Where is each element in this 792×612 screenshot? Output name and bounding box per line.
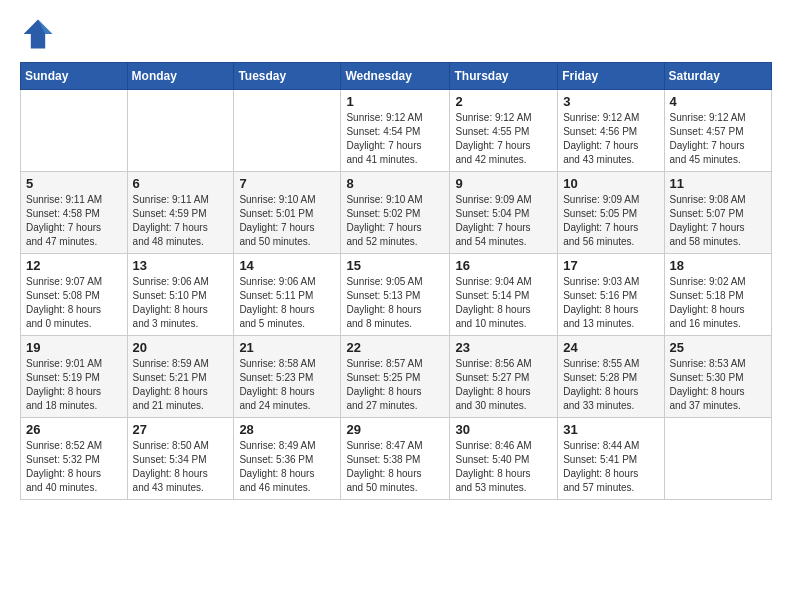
page-container: SundayMondayTuesdayWednesdayThursdayFrid…: [0, 0, 792, 510]
day-info: Sunrise: 9:11 AM Sunset: 4:59 PM Dayligh…: [133, 193, 229, 249]
day-info: Sunrise: 9:06 AM Sunset: 5:11 PM Dayligh…: [239, 275, 335, 331]
calendar-cell: 25Sunrise: 8:53 AM Sunset: 5:30 PM Dayli…: [664, 336, 771, 418]
day-number: 11: [670, 176, 766, 191]
calendar-cell: 27Sunrise: 8:50 AM Sunset: 5:34 PM Dayli…: [127, 418, 234, 500]
day-info: Sunrise: 9:10 AM Sunset: 5:02 PM Dayligh…: [346, 193, 444, 249]
calendar-cell: 1Sunrise: 9:12 AM Sunset: 4:54 PM Daylig…: [341, 90, 450, 172]
calendar-cell: [127, 90, 234, 172]
calendar-cell: 20Sunrise: 8:59 AM Sunset: 5:21 PM Dayli…: [127, 336, 234, 418]
day-number: 29: [346, 422, 444, 437]
calendar-table: SundayMondayTuesdayWednesdayThursdayFrid…: [20, 62, 772, 500]
day-number: 18: [670, 258, 766, 273]
calendar-cell: 23Sunrise: 8:56 AM Sunset: 5:27 PM Dayli…: [450, 336, 558, 418]
logo: [20, 16, 60, 52]
calendar-cell: 17Sunrise: 9:03 AM Sunset: 5:16 PM Dayli…: [558, 254, 664, 336]
weekday-header: Monday: [127, 63, 234, 90]
day-number: 3: [563, 94, 658, 109]
calendar-week-row: 26Sunrise: 8:52 AM Sunset: 5:32 PM Dayli…: [21, 418, 772, 500]
day-number: 31: [563, 422, 658, 437]
day-number: 21: [239, 340, 335, 355]
day-info: Sunrise: 9:07 AM Sunset: 5:08 PM Dayligh…: [26, 275, 122, 331]
weekday-header: Thursday: [450, 63, 558, 90]
day-info: Sunrise: 8:47 AM Sunset: 5:38 PM Dayligh…: [346, 439, 444, 495]
day-number: 26: [26, 422, 122, 437]
logo-icon: [20, 16, 56, 52]
calendar-cell: [234, 90, 341, 172]
day-info: Sunrise: 8:55 AM Sunset: 5:28 PM Dayligh…: [563, 357, 658, 413]
day-number: 4: [670, 94, 766, 109]
day-info: Sunrise: 9:12 AM Sunset: 4:56 PM Dayligh…: [563, 111, 658, 167]
day-number: 20: [133, 340, 229, 355]
calendar-cell: 29Sunrise: 8:47 AM Sunset: 5:38 PM Dayli…: [341, 418, 450, 500]
day-number: 8: [346, 176, 444, 191]
day-number: 9: [455, 176, 552, 191]
day-number: 16: [455, 258, 552, 273]
calendar-cell: 5Sunrise: 9:11 AM Sunset: 4:58 PM Daylig…: [21, 172, 128, 254]
day-info: Sunrise: 9:12 AM Sunset: 4:55 PM Dayligh…: [455, 111, 552, 167]
day-info: Sunrise: 8:49 AM Sunset: 5:36 PM Dayligh…: [239, 439, 335, 495]
calendar-week-row: 5Sunrise: 9:11 AM Sunset: 4:58 PM Daylig…: [21, 172, 772, 254]
day-info: Sunrise: 9:12 AM Sunset: 4:57 PM Dayligh…: [670, 111, 766, 167]
weekday-header: Wednesday: [341, 63, 450, 90]
day-info: Sunrise: 8:58 AM Sunset: 5:23 PM Dayligh…: [239, 357, 335, 413]
day-info: Sunrise: 8:53 AM Sunset: 5:30 PM Dayligh…: [670, 357, 766, 413]
day-info: Sunrise: 9:05 AM Sunset: 5:13 PM Dayligh…: [346, 275, 444, 331]
day-info: Sunrise: 8:56 AM Sunset: 5:27 PM Dayligh…: [455, 357, 552, 413]
day-info: Sunrise: 8:46 AM Sunset: 5:40 PM Dayligh…: [455, 439, 552, 495]
calendar-cell: 13Sunrise: 9:06 AM Sunset: 5:10 PM Dayli…: [127, 254, 234, 336]
calendar-cell: 16Sunrise: 9:04 AM Sunset: 5:14 PM Dayli…: [450, 254, 558, 336]
calendar-cell: 7Sunrise: 9:10 AM Sunset: 5:01 PM Daylig…: [234, 172, 341, 254]
calendar-cell: [21, 90, 128, 172]
calendar-week-row: 19Sunrise: 9:01 AM Sunset: 5:19 PM Dayli…: [21, 336, 772, 418]
calendar-cell: [664, 418, 771, 500]
day-info: Sunrise: 9:09 AM Sunset: 5:04 PM Dayligh…: [455, 193, 552, 249]
calendar-cell: 24Sunrise: 8:55 AM Sunset: 5:28 PM Dayli…: [558, 336, 664, 418]
day-number: 14: [239, 258, 335, 273]
day-info: Sunrise: 9:11 AM Sunset: 4:58 PM Dayligh…: [26, 193, 122, 249]
day-number: 30: [455, 422, 552, 437]
calendar-cell: 12Sunrise: 9:07 AM Sunset: 5:08 PM Dayli…: [21, 254, 128, 336]
calendar-cell: 11Sunrise: 9:08 AM Sunset: 5:07 PM Dayli…: [664, 172, 771, 254]
page-header: [20, 16, 772, 52]
day-number: 10: [563, 176, 658, 191]
calendar-cell: 2Sunrise: 9:12 AM Sunset: 4:55 PM Daylig…: [450, 90, 558, 172]
calendar-cell: 28Sunrise: 8:49 AM Sunset: 5:36 PM Dayli…: [234, 418, 341, 500]
calendar-cell: 3Sunrise: 9:12 AM Sunset: 4:56 PM Daylig…: [558, 90, 664, 172]
day-info: Sunrise: 9:09 AM Sunset: 5:05 PM Dayligh…: [563, 193, 658, 249]
calendar-cell: 18Sunrise: 9:02 AM Sunset: 5:18 PM Dayli…: [664, 254, 771, 336]
weekday-header: Friday: [558, 63, 664, 90]
weekday-header: Saturday: [664, 63, 771, 90]
day-number: 27: [133, 422, 229, 437]
day-number: 19: [26, 340, 122, 355]
calendar-cell: 31Sunrise: 8:44 AM Sunset: 5:41 PM Dayli…: [558, 418, 664, 500]
day-info: Sunrise: 8:50 AM Sunset: 5:34 PM Dayligh…: [133, 439, 229, 495]
day-info: Sunrise: 8:44 AM Sunset: 5:41 PM Dayligh…: [563, 439, 658, 495]
day-number: 24: [563, 340, 658, 355]
calendar-week-row: 12Sunrise: 9:07 AM Sunset: 5:08 PM Dayli…: [21, 254, 772, 336]
day-number: 6: [133, 176, 229, 191]
weekday-header: Tuesday: [234, 63, 341, 90]
calendar-cell: 9Sunrise: 9:09 AM Sunset: 5:04 PM Daylig…: [450, 172, 558, 254]
day-info: Sunrise: 9:10 AM Sunset: 5:01 PM Dayligh…: [239, 193, 335, 249]
calendar-cell: 30Sunrise: 8:46 AM Sunset: 5:40 PM Dayli…: [450, 418, 558, 500]
day-number: 23: [455, 340, 552, 355]
calendar-cell: 10Sunrise: 9:09 AM Sunset: 5:05 PM Dayli…: [558, 172, 664, 254]
day-info: Sunrise: 9:04 AM Sunset: 5:14 PM Dayligh…: [455, 275, 552, 331]
day-number: 28: [239, 422, 335, 437]
day-info: Sunrise: 8:52 AM Sunset: 5:32 PM Dayligh…: [26, 439, 122, 495]
day-info: Sunrise: 9:06 AM Sunset: 5:10 PM Dayligh…: [133, 275, 229, 331]
day-info: Sunrise: 9:01 AM Sunset: 5:19 PM Dayligh…: [26, 357, 122, 413]
calendar-cell: 26Sunrise: 8:52 AM Sunset: 5:32 PM Dayli…: [21, 418, 128, 500]
calendar-cell: 15Sunrise: 9:05 AM Sunset: 5:13 PM Dayli…: [341, 254, 450, 336]
calendar-cell: 22Sunrise: 8:57 AM Sunset: 5:25 PM Dayli…: [341, 336, 450, 418]
day-number: 2: [455, 94, 552, 109]
weekday-header: Sunday: [21, 63, 128, 90]
day-info: Sunrise: 9:03 AM Sunset: 5:16 PM Dayligh…: [563, 275, 658, 331]
day-number: 7: [239, 176, 335, 191]
day-info: Sunrise: 9:02 AM Sunset: 5:18 PM Dayligh…: [670, 275, 766, 331]
day-info: Sunrise: 8:59 AM Sunset: 5:21 PM Dayligh…: [133, 357, 229, 413]
day-number: 22: [346, 340, 444, 355]
calendar-cell: 21Sunrise: 8:58 AM Sunset: 5:23 PM Dayli…: [234, 336, 341, 418]
calendar-cell: 4Sunrise: 9:12 AM Sunset: 4:57 PM Daylig…: [664, 90, 771, 172]
day-number: 25: [670, 340, 766, 355]
